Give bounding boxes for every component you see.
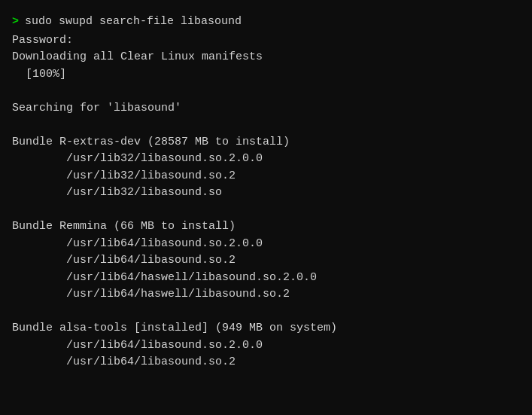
bundle1-file1: /usr/lib32/libasound.so.2.0.0: [12, 151, 520, 168]
bundle3-file2: /usr/lib64/libasound.so.2: [12, 354, 520, 371]
bundle1-header: Bundle R-extras-dev (28587 MB to install…: [12, 134, 520, 151]
command-text: sudo swupd search-file libasound: [25, 14, 242, 31]
searching-line: Searching for 'libasound': [12, 100, 520, 117]
password-line: Password:: [12, 32, 520, 50]
blank-3: [12, 202, 520, 219]
prompt-arrow: >: [12, 14, 19, 31]
downloading-line: Downloading all Clear Linux manifests: [12, 49, 520, 66]
blank-4: [12, 304, 520, 321]
bundle1-file2: /usr/lib32/libasound.so.2: [12, 168, 520, 185]
bundle3-file1: /usr/lib64/libasound.so.2.0.0: [12, 337, 520, 355]
progress-line: [100%]: [12, 66, 520, 84]
bundle2-file3: /usr/lib64/haswell/libasound.so.2.0.0: [12, 270, 520, 287]
bundle1-file3: /usr/lib32/libasound.so: [12, 185, 520, 202]
bundle2-header: Bundle Remmina (66 MB to install): [12, 218, 520, 236]
bundle2-file4: /usr/lib64/haswell/libasound.so.2: [12, 286, 520, 304]
terminal-window: > sudo swupd search-file libasound Passw…: [12, 14, 520, 371]
bundle2-file1: /usr/lib64/libasound.so.2.0.0: [12, 236, 520, 253]
blank-2: [12, 117, 520, 134]
bundle3-header: Bundle alsa-tools [installed] (949 MB on…: [12, 320, 520, 337]
bundle2-file2: /usr/lib64/libasound.so.2: [12, 252, 520, 270]
command-line: > sudo swupd search-file libasound: [12, 14, 520, 31]
blank-1: [12, 83, 520, 100]
